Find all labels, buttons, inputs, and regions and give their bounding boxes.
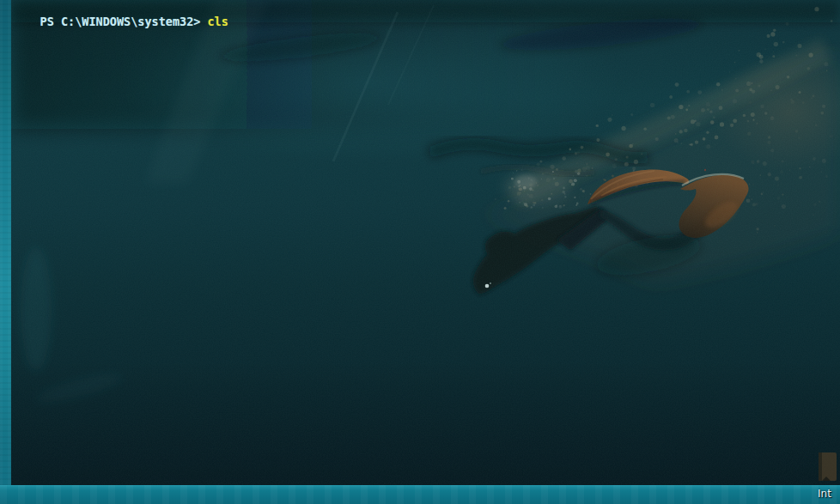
underwater-wallpaper-freediver [11, 0, 840, 485]
terminal-prompt: PS C:\WINDOWS\system32> [40, 15, 201, 28]
desktop-icon-label[interactable]: Int [818, 488, 831, 500]
terminal-prompt-line[interactable]: PS C:\WINDOWS\system32>cls [12, 1, 228, 42]
terminal-command: cls [207, 15, 228, 28]
desktop: { "terminal": { "prompt": "PS C:\\WINDOW… [0, 0, 840, 504]
desktop-strip-texture [0, 485, 840, 504]
desktop-icon [819, 452, 837, 481]
powershell-window[interactable]: PS C:\WINDOWS\system32>cls [11, 0, 840, 485]
desktop-bottom-strip [0, 485, 840, 504]
